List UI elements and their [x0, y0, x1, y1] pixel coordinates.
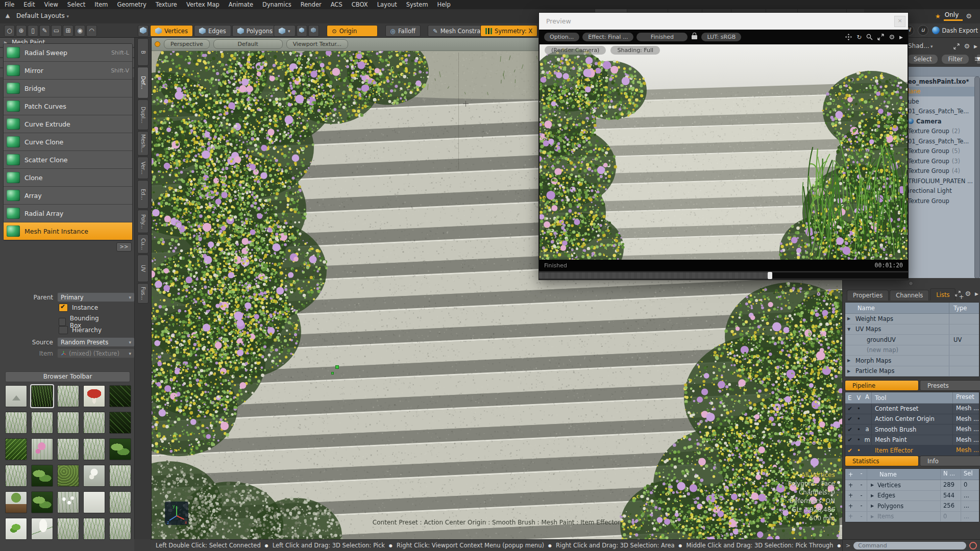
only-toggle[interactable]: ★ Only ⚙	[935, 11, 972, 21]
preset-thumbnail[interactable]	[83, 412, 105, 434]
column-name[interactable]: Name	[845, 305, 949, 312]
preview-progress-bar[interactable]	[539, 271, 908, 280]
menu-item[interactable]: Help	[433, 1, 455, 9]
select-button[interactable]: Select	[907, 54, 938, 64]
list-options-icon[interactable]	[972, 54, 973, 64]
falloff-button[interactable]: ◎ Falloff	[385, 25, 421, 37]
tree-arrow-icon[interactable]: ▶	[867, 483, 877, 487]
layout-switcher[interactable]: Default Layouts ▾	[16, 12, 69, 19]
primitive-tool-icon[interactable]: ⊕	[16, 25, 27, 37]
preset-thumbnail[interactable]	[31, 465, 53, 487]
checkbox-row[interactable]: Instance	[59, 304, 98, 312]
pin-layout-icon[interactable]: ▲	[3, 12, 12, 20]
tool-list-item[interactable]: Patch Curves	[4, 97, 132, 115]
visible-dot[interactable]: •	[854, 426, 863, 433]
column-auto[interactable]: A	[863, 392, 872, 403]
plugin-badge-icon-2[interactable]: u	[918, 25, 928, 36]
vertex-map-row[interactable]: ▶ Morph Maps	[845, 356, 979, 366]
preset-thumbnail[interactable]	[5, 412, 27, 434]
tree-arrow-icon[interactable]: ▶	[845, 316, 852, 321]
column-minus[interactable]: -	[856, 469, 867, 480]
source-dropdown[interactable]: Random Presets ▾	[57, 337, 135, 347]
menu-item[interactable]: Layout	[373, 1, 402, 9]
preview-title-bar[interactable]: Preview ×	[539, 13, 908, 30]
column-number[interactable]: N ...	[940, 469, 961, 480]
menu-item[interactable]: System	[402, 1, 433, 9]
pipeline-row[interactable]: ✔ • Content Preset Mesh ...	[845, 404, 979, 414]
action-center-button[interactable]: ⊙ Origin	[327, 25, 378, 37]
fullscreen-icon[interactable]	[877, 34, 884, 40]
remove-selection-button[interactable]: -	[856, 501, 867, 511]
visible-dot[interactable]: •	[854, 415, 863, 422]
panel-arrow-icon[interactable]: ▶	[975, 291, 978, 296]
preset-thumbnail[interactable]	[109, 438, 131, 460]
vertical-tab[interactable]: B	[137, 38, 149, 66]
primitive-tool-icon[interactable]: ◉	[75, 25, 85, 37]
more-tools-button[interactable]: >>	[116, 242, 132, 252]
vertex-map-row[interactable]: groundUV UV	[845, 335, 979, 345]
menu-item[interactable]: Geometry	[113, 1, 151, 9]
preset-thumbnail[interactable]	[5, 491, 27, 513]
preset-thumbnail[interactable]	[83, 465, 105, 487]
item-mode-icon[interactable]	[138, 25, 149, 37]
preset-thumbnail[interactable]	[31, 518, 53, 540]
preset-thumbnail[interactable]	[109, 412, 131, 434]
tree-arrow-icon[interactable]: ▶	[867, 514, 877, 519]
tree-arrow-icon[interactable]: ▶	[845, 358, 852, 363]
vertex-map-row[interactable]: ▼ UV Maps	[845, 324, 979, 335]
preview-options-button[interactable]: Option...	[544, 33, 579, 41]
primitive-tool-icon[interactable]: ▯	[28, 25, 38, 37]
column-plus[interactable]: +	[845, 471, 856, 478]
preset-thumbnail[interactable]	[83, 491, 105, 513]
gear-icon[interactable]: ⚙	[966, 12, 972, 20]
tree-arrow-icon[interactable]: ▶	[845, 369, 852, 373]
tool-list-item[interactable]: Mirror Shift-V	[4, 62, 132, 80]
primitive-tool-icon[interactable]: ✎	[39, 25, 50, 37]
menu-item[interactable]: Item	[90, 1, 112, 9]
selection-mode-button[interactable]: Vertices	[150, 25, 193, 37]
record-macro-icon[interactable]	[969, 542, 977, 549]
menu-item[interactable]: Vertex Map	[182, 1, 224, 9]
expand-icon[interactable]	[955, 291, 961, 296]
statistics-row[interactable]: + - ▶ Items 0 ...	[845, 512, 979, 522]
preset-thumbnail[interactable]	[57, 465, 79, 487]
add-selection-button[interactable]: +	[845, 513, 856, 520]
preset-thumbnail[interactable]	[5, 385, 27, 407]
primitive-tool-icon[interactable]: ⊞	[63, 25, 74, 37]
viewport-shading-button[interactable]: Default	[213, 39, 283, 49]
preset-thumbnail[interactable]	[57, 438, 79, 460]
pipeline-row[interactable]: ✔ • a Smooth Brush Mesh ...	[845, 424, 979, 435]
vertical-tab[interactable]: Cu...	[137, 234, 149, 254]
viewport-texture-button[interactable]: Viewport Textur...	[286, 39, 348, 49]
pan-icon[interactable]	[845, 34, 852, 40]
tab-lists[interactable]: Lists	[930, 288, 955, 300]
enabled-check[interactable]: ✔	[845, 436, 854, 443]
preview-overlay-button[interactable]: Shading: Full	[610, 46, 660, 55]
column-selected[interactable]: Sel	[961, 469, 979, 480]
vertical-tab[interactable]: Dupl...	[137, 99, 149, 130]
vertical-tab[interactable]: Def...	[137, 67, 149, 98]
dash-export-button[interactable]: Dash Export	[932, 27, 978, 34]
menu-item[interactable]: View	[40, 1, 63, 9]
preset-thumbnail[interactable]	[5, 438, 27, 460]
preset-thumbnail[interactable]	[31, 412, 53, 434]
preset-thumbnail[interactable]	[5, 518, 27, 540]
preset-thumbnail[interactable]	[5, 465, 27, 487]
tool-list-item[interactable]: Bridge	[4, 80, 132, 97]
add-selection-button[interactable]: +	[845, 503, 856, 510]
progress-thumb[interactable]	[768, 272, 772, 279]
browser-toolbar-button[interactable]: Browser Toolbar	[5, 371, 130, 382]
statistics-row[interactable]: + - ▶ Vertices 289 0	[845, 480, 979, 491]
gear-icon[interactable]: ⚙	[965, 290, 971, 297]
preset-thumbnail[interactable]	[109, 491, 131, 513]
column-tool[interactable]: Tool	[872, 394, 952, 402]
vertex-map-row[interactable]: ▶ Particle Maps	[845, 366, 979, 377]
tool-list-item[interactable]: Radial Array	[4, 205, 132, 222]
vertical-tab[interactable]: UV	[137, 255, 149, 282]
tool-list-item[interactable]: Array	[4, 187, 132, 205]
column-enable[interactable]: E	[845, 394, 854, 402]
checkbox[interactable]	[59, 318, 66, 326]
viewport-camera-button[interactable]: Perspective	[164, 39, 210, 49]
remove-selection-button[interactable]: -	[856, 512, 867, 522]
preview-window[interactable]: Preview × Option... Effect: Final ... Fi…	[538, 12, 909, 280]
